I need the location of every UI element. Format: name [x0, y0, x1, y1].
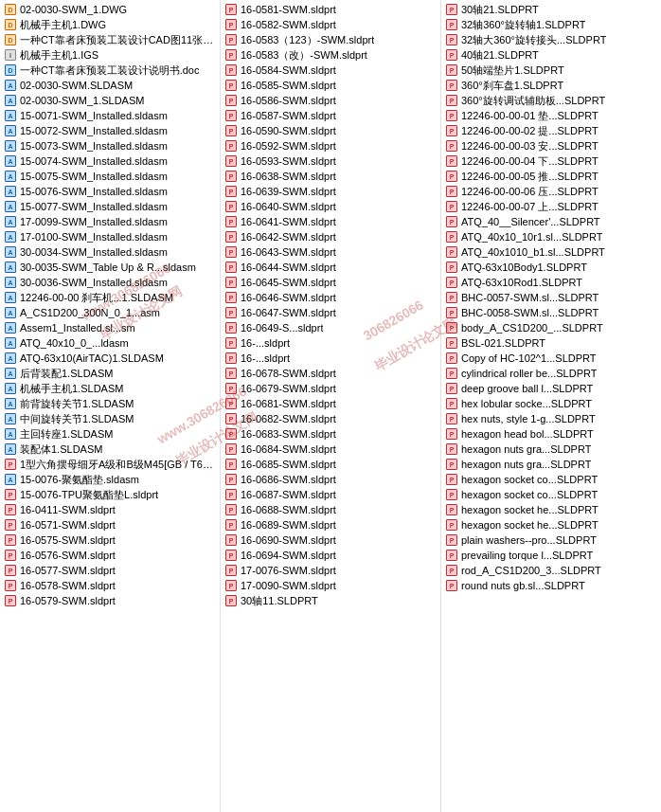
list-item[interactable]: AAssem1_Installed.sl...sm — [0, 320, 220, 335]
list-item[interactable]: P16-0577-SWM.sldprt — [0, 563, 220, 578]
list-item[interactable]: D02-0030-SWM_1.DWG — [0, 2, 220, 17]
list-item[interactable]: P30轴21.SLDPRT — [441, 2, 661, 17]
list-item[interactable]: P16-0643-SWM.sldprt — [221, 244, 440, 260]
list-item[interactable]: AA_CS1D200_300N_0_1...asm — [0, 305, 220, 320]
list-item[interactable]: A前背旋转关节1.SLDASM — [0, 396, 220, 411]
list-item[interactable]: P16-0590-SWM.sldprt — [221, 123, 440, 138]
list-item[interactable]: Pcylindrical roller be...SLDPRT — [441, 366, 661, 381]
list-item[interactable]: D一种CT靠者床预装工装设计说明书.doc — [0, 63, 220, 78]
list-item[interactable]: Prod_A_CS1D200_3...SLDPRT — [441, 563, 661, 578]
list-item[interactable]: A17-0099-SWM_Installed.sldasm — [0, 214, 220, 229]
list-item[interactable]: P16-0686-SWM.sldprt — [221, 472, 440, 487]
list-item[interactable]: A30-0036-SWM_Installed.sldasm — [0, 275, 220, 290]
list-item[interactable]: P30轴11.SLDPRT — [221, 593, 440, 608]
list-item[interactable]: A中间旋转关节1.SLDASM — [0, 411, 220, 426]
list-item[interactable]: P16-0640-SWM.sldprt — [221, 199, 440, 214]
list-item[interactable]: P16-0681-SWM.sldprt — [221, 396, 440, 411]
list-item[interactable]: P12246-00-00-01 垫...SLDPRT — [441, 108, 661, 123]
list-item[interactable]: A主回转座1.SLDASM — [0, 426, 220, 442]
list-item[interactable]: Pbody_A_CS1D200_...SLDPRT — [441, 320, 661, 335]
list-item[interactable]: D机械手主机1.DWG — [0, 17, 220, 32]
list-item[interactable]: PATQ_40__Silencer'...SLDPRT — [441, 214, 661, 229]
list-item[interactable]: P17-0076-SWM.sldprt — [221, 563, 440, 578]
list-item[interactable]: P16-0584-SWM.sldprt — [221, 63, 440, 78]
list-item[interactable]: P16-0678-SWM.sldprt — [221, 366, 440, 381]
list-item[interactable]: P16-0688-SWM.sldprt — [221, 502, 440, 517]
list-item[interactable]: P12246-00-00-05 推...SLDPRT — [441, 169, 661, 184]
list-item[interactable]: P16-0642-SWM.sldprt — [221, 229, 440, 244]
list-item[interactable]: A15-0072-SWM_Installed.sldasm — [0, 123, 220, 138]
list-item[interactable]: A12246-00-00 刹车机...1.SLDASM — [0, 290, 220, 305]
list-item[interactable]: Phex lobular socke...SLDPRT — [441, 396, 661, 411]
list-item[interactable]: P12246-00-00-04 下...SLDPRT — [441, 153, 661, 169]
list-item[interactable]: P16-0683-SWM.sldprt — [221, 426, 440, 442]
list-item[interactable]: P15-0076-TPU聚氨酯垫L.sldprt — [0, 487, 220, 502]
list-item[interactable]: P40轴21.SLDPRT — [441, 47, 661, 63]
list-item[interactable]: A15-0076-SWM_Installed.sldasm — [0, 184, 220, 199]
list-item[interactable]: P12246-00-00-07 上...SLDPRT — [441, 199, 661, 214]
list-item[interactable]: D一种CT靠者床预装工装设计CAD图11张合集.DWG — [0, 32, 220, 47]
list-item[interactable]: P32轴360°旋转轴1.SLDPRT — [441, 17, 661, 32]
list-item[interactable]: P16-0639-SWM.sldprt — [221, 184, 440, 199]
list-item[interactable]: A02-0030-SWM_1.SLDASM — [0, 93, 220, 108]
list-item[interactable]: PATQ_40x10_10r1.sl...SLDPRT — [441, 229, 661, 244]
list-item[interactable]: A15-0076-聚氨酯垫.sldasm — [0, 472, 220, 487]
list-item[interactable]: P16-0687-SWM.sldprt — [221, 487, 440, 502]
list-item[interactable]: P1型六角摆母细牙A级和B级M45[GB / T6171-2000]1.SLDP… — [0, 457, 220, 472]
list-item[interactable]: P16-0581-SWM.sldprt — [221, 2, 440, 17]
list-item[interactable]: Phexagon socket co...SLDPRT — [441, 487, 661, 502]
list-item[interactable]: A15-0077-SWM_Installed.sldasm — [0, 199, 220, 214]
list-item[interactable]: P16-0644-SWM.sldprt — [221, 260, 440, 275]
list-item[interactable]: A02-0030-SWM.SLDASM — [0, 78, 220, 93]
list-item[interactable]: P16-0694-SWM.sldprt — [221, 548, 440, 563]
list-item[interactable]: P12246-00-00-06 压...SLDPRT — [441, 184, 661, 199]
list-item[interactable]: A机械手主机1.SLDASM — [0, 381, 220, 396]
list-item[interactable]: P16-0576-SWM.sldprt — [0, 548, 220, 563]
list-item[interactable]: Phexagon socket he...SLDPRT — [441, 517, 661, 532]
list-item[interactable]: Phex nuts, style 1-g...SLDPRT — [441, 411, 661, 426]
list-item[interactable]: Pplain washers--pro...SLDPRT — [441, 532, 661, 548]
list-item[interactable]: P16-...sldprt — [221, 335, 440, 351]
list-item[interactable]: P17-0090-SWM.sldprt — [221, 578, 440, 593]
list-item[interactable]: P12246-00-00-03 安...SLDPRT — [441, 138, 661, 153]
list-item[interactable]: P16-0583（123）-SWM.sldprt — [221, 32, 440, 47]
list-item[interactable]: A15-0074-SWM_Installed.sldasm — [0, 153, 220, 169]
list-item[interactable]: P16-0649-S...sldprt — [221, 320, 440, 335]
list-item[interactable]: Phexagon nuts gra...SLDPRT — [441, 442, 661, 457]
list-item[interactable]: A后背装配1.SLDASM — [0, 366, 220, 381]
list-item[interactable]: A17-0100-SWM_Installed.sldasm — [0, 229, 220, 244]
list-item[interactable]: P16-0586-SWM.sldprt — [221, 93, 440, 108]
list-item[interactable]: P16-0679-SWM.sldprt — [221, 381, 440, 396]
list-item[interactable]: P16-0682-SWM.sldprt — [221, 411, 440, 426]
list-item[interactable]: AATQ_40x10_0_...ldasm — [0, 335, 220, 351]
list-item[interactable]: P16-0587-SWM.sldprt — [221, 108, 440, 123]
list-item[interactable]: P16-0685-SWM.sldprt — [221, 457, 440, 472]
list-item[interactable]: I机械手主机1.IGS — [0, 47, 220, 63]
list-item[interactable]: PBHC-0058-SWM.sl...SLDPRT — [441, 305, 661, 320]
list-item[interactable]: P16-0571-SWM.sldprt — [0, 517, 220, 532]
list-item[interactable]: PBHC-0057-SWM.sl...SLDPRT — [441, 290, 661, 305]
list-item[interactable]: P16-0645-SWM.sldprt — [221, 275, 440, 290]
list-item[interactable]: P16-0411-SWM.sldprt — [0, 502, 220, 517]
list-item[interactable]: Phexagon socket he...SLDPRT — [441, 502, 661, 517]
list-item[interactable]: A15-0071-SWM_Installed.sldasm — [0, 108, 220, 123]
list-item[interactable]: PATQ-63x10Rod1.SLDPRT — [441, 275, 661, 290]
list-item[interactable]: P16-0579-SWM.sldprt — [0, 593, 220, 608]
list-item[interactable]: PCopy of HC-102^1...SLDPRT — [441, 351, 661, 366]
list-item[interactable]: P32轴大360°旋转接头...SLDPRT — [441, 32, 661, 47]
list-item[interactable]: P16-0684-SWM.sldprt — [221, 442, 440, 457]
list-item[interactable]: PBSL-021.SLDPRT — [441, 335, 661, 351]
list-item[interactable]: P12246-00-00-02 提...SLDPRT — [441, 123, 661, 138]
list-item[interactable]: P16-0689-SWM.sldprt — [221, 517, 440, 532]
list-item[interactable]: P360°旋转调试辅助板...SLDPRT — [441, 93, 661, 108]
list-item[interactable]: Phexagon head bol...SLDPRT — [441, 426, 661, 442]
list-item[interactable]: P16-0593-SWM.sldprt — [221, 153, 440, 169]
list-item[interactable]: P16-0647-SWM.sldprt — [221, 305, 440, 320]
list-item[interactable]: Phexagon socket co...SLDPRT — [441, 472, 661, 487]
list-item[interactable]: PATQ_40x1010_b1.sl...SLDPRT — [441, 244, 661, 260]
list-item[interactable]: P16-0690-SWM.sldprt — [221, 532, 440, 548]
list-item[interactable]: A30-0035-SWM_Table Up & R...sldasm — [0, 260, 220, 275]
list-item[interactable]: Pdeep groove ball l...SLDPRT — [441, 381, 661, 396]
list-item[interactable]: P16-0638-SWM.sldprt — [221, 169, 440, 184]
list-item[interactable]: P16-0592-SWM.sldprt — [221, 138, 440, 153]
